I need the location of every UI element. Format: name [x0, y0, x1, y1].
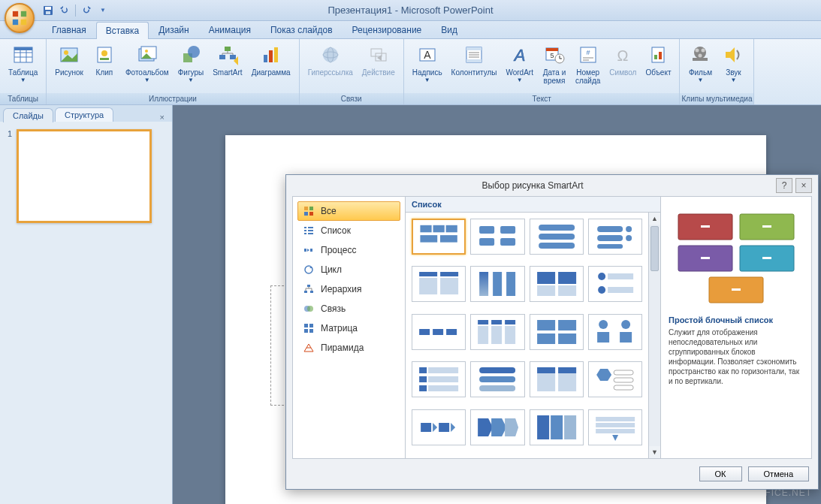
- tab-home[interactable]: Главная: [42, 21, 96, 38]
- svg-text:A: A: [424, 49, 431, 61]
- svg-rect-0: [13, 11, 18, 17]
- svg-rect-91: [309, 329, 313, 333]
- gallery-item[interactable]: [470, 409, 524, 445]
- cat-relationship[interactable]: Связь: [297, 299, 400, 318]
- movie-icon: [688, 43, 712, 67]
- scroll-thumb[interactable]: [650, 226, 659, 271]
- btn-picture[interactable]: Рисунок: [51, 41, 87, 79]
- svg-point-20: [145, 50, 148, 53]
- tab-insert[interactable]: Вставка: [96, 22, 149, 39]
- gallery-item[interactable]: [412, 361, 466, 397]
- qat-dropdown-icon[interactable]: ▼: [97, 5, 109, 17]
- cat-matrix[interactable]: Матрица: [297, 318, 400, 338]
- gallery-item[interactable]: [588, 314, 642, 350]
- gallery-item[interactable]: [470, 266, 524, 302]
- qat-redo-icon[interactable]: [80, 5, 92, 17]
- tab-slideshow[interactable]: Показ слайдов: [261, 21, 343, 38]
- svg-point-14: [64, 50, 68, 55]
- ok-button[interactable]: ОК: [699, 466, 742, 481]
- gallery-item[interactable]: [412, 219, 466, 255]
- btn-album[interactable]: Фотоальбом ▼: [122, 41, 173, 86]
- cat-list[interactable]: Список: [297, 221, 400, 240]
- close-panel-icon[interactable]: ×: [157, 113, 168, 122]
- gallery-item[interactable]: [530, 409, 584, 445]
- cat-cycle-label: Цикл: [321, 264, 342, 275]
- cat-process[interactable]: Процесс: [297, 240, 400, 260]
- tab-review[interactable]: Рецензирование: [343, 21, 432, 38]
- cycle-icon: [303, 264, 315, 276]
- gallery-item[interactable]: [412, 314, 466, 350]
- svg-rect-95: [446, 225, 457, 233]
- gallery-item[interactable]: [530, 361, 584, 397]
- scroll-down-icon[interactable]: ▼: [649, 446, 660, 458]
- svg-rect-3: [21, 20, 26, 25]
- svg-rect-156: [614, 378, 633, 382]
- btn-headerfooter[interactable]: Колонтитулы: [448, 41, 501, 79]
- gallery-item[interactable]: [588, 266, 642, 302]
- btn-shapes-label: Фигуры: [178, 68, 204, 77]
- btn-hyperlink-label: Гиперссылка: [308, 68, 353, 77]
- tab-view[interactable]: Вид: [431, 21, 467, 38]
- dialog-titlebar[interactable]: Выбор рисунка SmartArt ? ×: [286, 175, 818, 196]
- gallery-item[interactable]: [412, 266, 466, 302]
- scroll-up-icon[interactable]: ▲: [649, 213, 660, 225]
- btn-slidenum[interactable]: # Номер слайда: [572, 41, 604, 87]
- slide-thumb-1[interactable]: 1: [8, 129, 165, 223]
- btn-wordart[interactable]: A WordArt ▼: [502, 41, 537, 86]
- datetime-icon: 5: [542, 43, 566, 67]
- cat-pyramid[interactable]: Пирамида: [297, 338, 400, 358]
- gallery-scrollbar[interactable]: ▲ ▼: [648, 213, 660, 458]
- cat-hierarchy[interactable]: Иерархия: [297, 279, 400, 299]
- svg-rect-165: [596, 429, 635, 433]
- cat-all[interactable]: Все: [297, 201, 400, 221]
- svg-rect-137: [558, 333, 576, 344]
- gallery-item[interactable]: [588, 409, 642, 445]
- svg-rect-96: [420, 235, 437, 243]
- cancel-button[interactable]: Отмена: [748, 466, 809, 481]
- gallery-item[interactable]: [470, 219, 524, 255]
- btn-sound[interactable]: Звук ▼: [717, 41, 749, 86]
- dialog-buttons: ОК Отмена: [286, 459, 818, 489]
- svg-rect-164: [596, 423, 635, 427]
- btn-table[interactable]: Таблица ▼: [5, 41, 41, 86]
- btn-clip[interactable]: Клип: [89, 41, 120, 79]
- smartart-icon: [216, 43, 240, 67]
- dropdown-arrow-icon: ▼: [424, 77, 430, 83]
- btn-datetime[interactable]: 5 Дата и время: [539, 41, 570, 87]
- btn-picture-label: Рисунок: [55, 68, 83, 77]
- gallery-item[interactable]: [412, 409, 466, 445]
- gallery-item[interactable]: [530, 314, 584, 350]
- gallery-item[interactable]: [588, 361, 642, 397]
- qat-save-icon[interactable]: [42, 5, 54, 17]
- gallery-item[interactable]: [530, 266, 584, 302]
- btn-textbox[interactable]: A Надпись ▼: [409, 41, 446, 86]
- btn-movie[interactable]: Фильм ▼: [684, 41, 716, 86]
- tab-animation[interactable]: Анимация: [199, 21, 261, 38]
- all-icon: [303, 205, 315, 217]
- svg-rect-113: [440, 278, 458, 294]
- svg-rect-125: [419, 329, 430, 335]
- tab-slides[interactable]: Слайды: [3, 108, 53, 122]
- btn-smartart[interactable]: SmartArt: [209, 41, 246, 79]
- group-links-label: Связи: [300, 93, 403, 104]
- btn-chart[interactable]: Диаграмма: [248, 41, 294, 79]
- gallery-item[interactable]: [470, 361, 524, 397]
- qat-undo-icon[interactable]: [59, 5, 71, 17]
- btn-object[interactable]: Объект: [641, 41, 675, 79]
- gallery-item[interactable]: [588, 219, 642, 255]
- dialog-help-button[interactable]: ?: [776, 178, 792, 193]
- gallery-item[interactable]: [470, 314, 524, 350]
- pyramid-icon: [303, 342, 315, 354]
- tab-outline[interactable]: Структура: [55, 107, 113, 122]
- svg-rect-89: [309, 324, 313, 327]
- gallery-item[interactable]: [530, 219, 584, 255]
- dropdown-arrow-icon: ▼: [188, 77, 194, 83]
- tab-design[interactable]: Дизайн: [149, 21, 198, 38]
- dialog-close-button[interactable]: ×: [795, 178, 812, 193]
- cat-cycle[interactable]: Цикл: [297, 260, 400, 279]
- svg-point-63: [702, 49, 705, 53]
- btn-shapes[interactable]: Фигуры ▼: [174, 41, 207, 86]
- cat-matrix-label: Матрица: [321, 323, 358, 333]
- headerfooter-icon: [462, 43, 486, 67]
- office-button[interactable]: [5, 3, 35, 33]
